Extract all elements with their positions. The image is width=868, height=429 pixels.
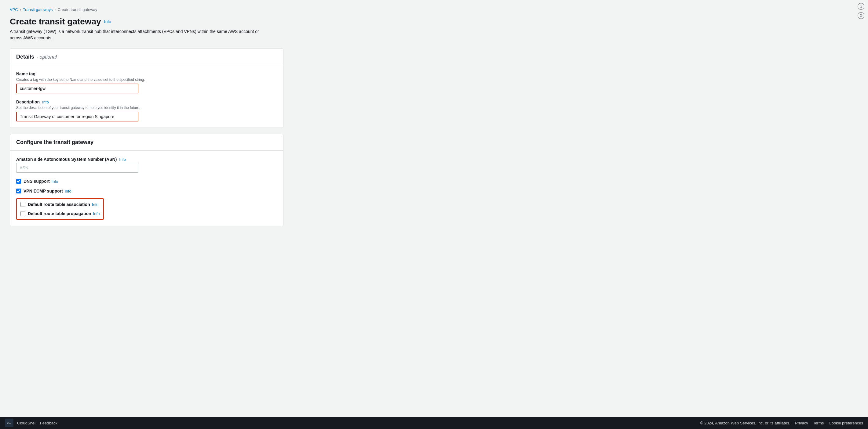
description-info-link[interactable]: Info bbox=[42, 100, 49, 104]
default-route-propagation-label: Default route table propagation Info bbox=[28, 211, 99, 216]
asn-input[interactable] bbox=[16, 163, 138, 173]
details-card-body: Name tag Creates a tag with the key set … bbox=[10, 65, 283, 128]
footer-left: CloudShell Feedback bbox=[5, 419, 57, 427]
asn-input-wrapper bbox=[16, 163, 138, 173]
description-input[interactable] bbox=[16, 112, 138, 122]
details-card-header: Details - optional bbox=[10, 49, 283, 65]
description-label: Description Info bbox=[16, 99, 277, 104]
info-icon[interactable]: ℹ bbox=[858, 3, 864, 10]
default-route-association-row: Default route table association Info bbox=[21, 202, 99, 207]
configure-title: Configure the transit gateway bbox=[16, 139, 93, 145]
settings-icon[interactable]: ⚙ bbox=[858, 12, 864, 19]
breadcrumb-transit-gateways[interactable]: Transit gateways bbox=[23, 7, 53, 12]
details-optional: - optional bbox=[37, 54, 57, 60]
dns-support-row: DNS support Info bbox=[16, 179, 277, 184]
footer-privacy-link[interactable]: Privacy bbox=[795, 421, 808, 425]
feedback-label[interactable]: Feedback bbox=[40, 421, 57, 425]
dns-support-label: DNS support Info bbox=[24, 179, 58, 184]
configure-card-header: Configure the transit gateway bbox=[10, 134, 283, 151]
default-route-association-label: Default route table association Info bbox=[28, 202, 99, 207]
dns-support-checkbox[interactable] bbox=[16, 179, 21, 184]
breadcrumb-current: Create transit gateway bbox=[58, 7, 97, 12]
name-tag-label: Name tag bbox=[16, 71, 277, 76]
vpn-ecmp-label: VPN ECMP support Info bbox=[24, 189, 71, 193]
route-table-checkboxes-group: Default route table association Info Def… bbox=[16, 198, 104, 220]
description-section: Description Info Set the description of … bbox=[16, 99, 277, 122]
default-route-propagation-row: Default route table propagation Info bbox=[21, 211, 99, 216]
top-bar-icons: ℹ ⚙ bbox=[854, 0, 868, 22]
page-title-info-link[interactable]: Info bbox=[104, 19, 111, 24]
vpn-ecmp-info-link[interactable]: Info bbox=[65, 189, 71, 193]
breadcrumb: VPC › Transit gateways › Create transit … bbox=[10, 7, 283, 12]
footer-copyright: © 2024, Amazon Web Services, Inc. or its… bbox=[700, 421, 790, 425]
asn-section: Amazon side Autonomous System Number (AS… bbox=[16, 157, 277, 173]
svg-rect-0 bbox=[6, 420, 12, 426]
default-route-association-checkbox[interactable] bbox=[21, 202, 25, 207]
vpn-ecmp-row: VPN ECMP support Info bbox=[16, 189, 277, 193]
footer-cookie-link[interactable]: Cookie preferences bbox=[829, 421, 863, 425]
breadcrumb-vpc[interactable]: VPC bbox=[10, 7, 18, 12]
configure-card: Configure the transit gateway Amazon sid… bbox=[10, 134, 283, 226]
page-title: Create transit gateway Info bbox=[10, 17, 283, 27]
description-hint: Set the description of your transit gate… bbox=[16, 106, 277, 110]
cloudshell-label[interactable]: CloudShell bbox=[17, 421, 36, 425]
main-content: VPC › Transit gateways › Create transit … bbox=[0, 0, 293, 429]
name-tag-section: Name tag Creates a tag with the key set … bbox=[16, 71, 277, 93]
footer-terms-link[interactable]: Terms bbox=[813, 421, 824, 425]
vpn-ecmp-checkbox[interactable] bbox=[16, 189, 21, 193]
footer-right: © 2024, Amazon Web Services, Inc. or its… bbox=[700, 421, 863, 425]
asn-label: Amazon side Autonomous System Number (AS… bbox=[16, 157, 277, 162]
asn-info-link[interactable]: Info bbox=[119, 157, 126, 162]
details-title: Details bbox=[16, 54, 34, 60]
cloudshell-icon[interactable] bbox=[5, 419, 13, 427]
footer: CloudShell Feedback © 2024, Amazon Web S… bbox=[0, 417, 868, 429]
default-route-association-info-link[interactable]: Info bbox=[92, 202, 99, 207]
default-route-propagation-checkbox[interactable] bbox=[21, 211, 25, 216]
default-route-propagation-info-link[interactable]: Info bbox=[93, 211, 100, 216]
page-description: A transit gateway (TGW) is a network tra… bbox=[10, 28, 260, 41]
dns-support-info-link[interactable]: Info bbox=[52, 179, 58, 184]
details-card: Details - optional Name tag Creates a ta… bbox=[10, 48, 283, 128]
name-tag-hint: Creates a tag with the key set to Name a… bbox=[16, 77, 277, 82]
name-tag-input[interactable] bbox=[16, 84, 138, 93]
breadcrumb-separator-2: › bbox=[55, 8, 56, 12]
breadcrumb-separator-1: › bbox=[20, 8, 21, 12]
configure-card-body: Amazon side Autonomous System Number (AS… bbox=[10, 151, 283, 226]
